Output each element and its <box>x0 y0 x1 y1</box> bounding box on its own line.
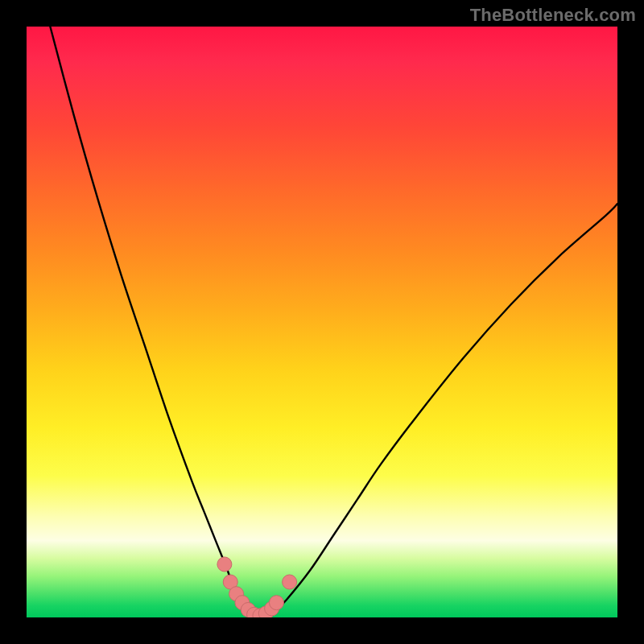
left-branch-curve <box>50 27 245 612</box>
chart-frame: TheBottleneck.com <box>0 0 644 644</box>
chart-svg <box>27 27 617 617</box>
marker-dot <box>283 575 297 589</box>
marker-dot <box>269 596 283 610</box>
watermark-text: TheBottleneck.com <box>470 5 636 26</box>
curve-group <box>50 27 617 617</box>
markers-group <box>217 557 297 617</box>
marker-dot <box>217 557 232 572</box>
plot-area <box>27 27 617 617</box>
right-branch-curve <box>275 204 617 611</box>
